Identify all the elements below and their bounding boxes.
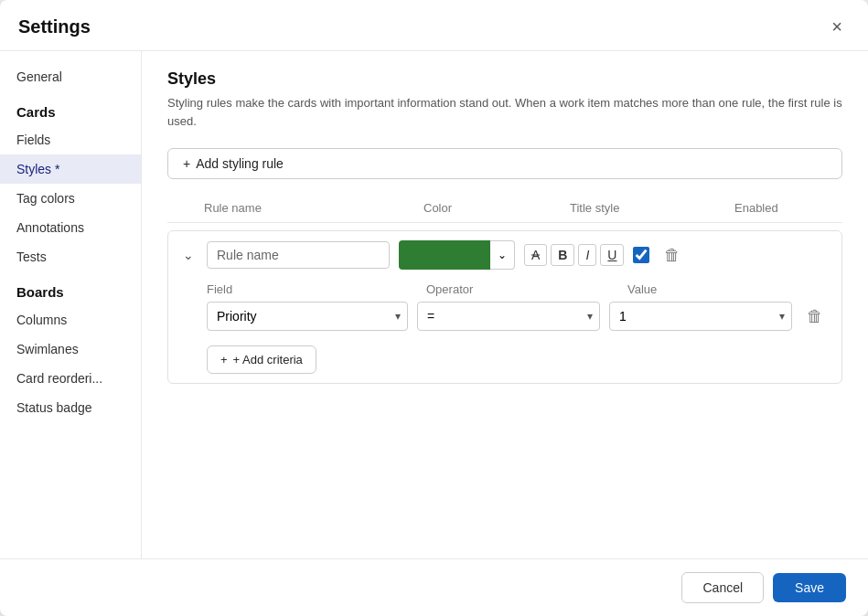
criteria-section: Field Operator Value Priority Status Ass… [179,282,830,374]
bold-button[interactable]: B [551,244,574,266]
delete-rule-button[interactable]: 🗑 [659,244,686,267]
col-enabled: Enabled [734,201,844,215]
sidebar: General Cards Fields Styles * Tag colors… [0,51,142,558]
field-select[interactable]: Priority Status Assignee [207,302,408,331]
criteria-col-field: Field [207,282,426,296]
enabled-checkbox[interactable] [633,247,649,263]
strikethrough-button[interactable]: A [524,244,547,266]
field-select-wrapper: Priority Status Assignee [207,302,408,331]
rule-row: ⌄ ⌄ A B I U [167,230,842,384]
rule-name-input[interactable] [207,241,390,269]
sidebar-section-cards: Cards [0,91,141,125]
operator-select-wrapper: = != > < [417,302,600,331]
col-rule-name: Rule name [204,201,423,215]
add-criteria-label: + Add criteria [233,353,303,366]
criteria-col-actions [810,282,847,296]
save-button[interactable]: Save [773,573,846,602]
italic-button[interactable]: I [578,244,596,266]
add-criteria-button[interactable]: + + Add criteria [207,345,316,374]
modal-footer: Cancel Save [0,558,868,616]
title-style-controls: A B I U [524,244,624,266]
plus-icon-criteria: + [220,353,228,366]
sidebar-item-status-badge[interactable]: Status badge [0,393,141,422]
sidebar-item-columns[interactable]: Columns [0,305,141,335]
modal-title: Settings [18,16,91,37]
add-styling-rule-button[interactable]: + Add styling rule [167,148,842,179]
col-title-style: Title style [570,201,734,215]
color-dropdown-button[interactable]: ⌄ [490,240,515,270]
criteria-col-operator: Operator [426,282,627,296]
plus-icon: + [183,156,190,171]
sidebar-item-annotations[interactable]: Annotations [0,213,141,242]
content-title: Styles [167,69,842,89]
sidebar-item-tag-colors[interactable]: Tag colors [0,184,141,213]
color-picker: ⌄ [399,240,515,270]
delete-criteria-button[interactable]: 🗑 [801,305,829,328]
settings-modal: Settings × General Cards Fields Styles *… [0,0,868,616]
rule-row-top: ⌄ ⌄ A B I U [179,240,830,270]
table-header: Rule name Color Title style Enabled [167,197,842,223]
criteria-col-value: Value [627,282,810,296]
sidebar-item-styles[interactable]: Styles * [0,154,141,184]
main-content: Styles Styling rules make the cards with… [142,51,868,558]
operator-select[interactable]: = != > < [417,302,600,331]
cancel-button[interactable]: Cancel [681,572,764,603]
col-actions [844,201,868,215]
sidebar-section-boards: Boards [0,271,141,305]
strikethrough-icon: A [531,248,540,262]
sidebar-item-swimlanes[interactable]: Swimlanes [0,335,141,364]
sidebar-item-general[interactable]: General [0,62,141,91]
add-rule-label: Add styling rule [196,156,284,171]
sidebar-item-card-reordering[interactable]: Card reorderi... [0,364,141,393]
sidebar-item-tests[interactable]: Tests [0,242,141,271]
criteria-header: Field Operator Value [207,282,830,302]
col-color: Color [423,201,570,215]
chevron-expand-button[interactable]: ⌄ [179,246,198,264]
content-description: Styling rules make the cards with import… [167,94,842,130]
criteria-row: Priority Status Assignee = != > < [207,302,830,331]
value-select-wrapper: 1 2 3 4 [609,302,792,331]
underline-button[interactable]: U [600,244,624,266]
sidebar-item-fields[interactable]: Fields [0,125,141,154]
modal-body: General Cards Fields Styles * Tag colors… [0,51,868,558]
color-swatch [399,240,490,270]
modal-header: Settings × [0,0,868,51]
value-select[interactable]: 1 2 3 4 [609,302,792,331]
close-button[interactable]: × [824,13,850,41]
